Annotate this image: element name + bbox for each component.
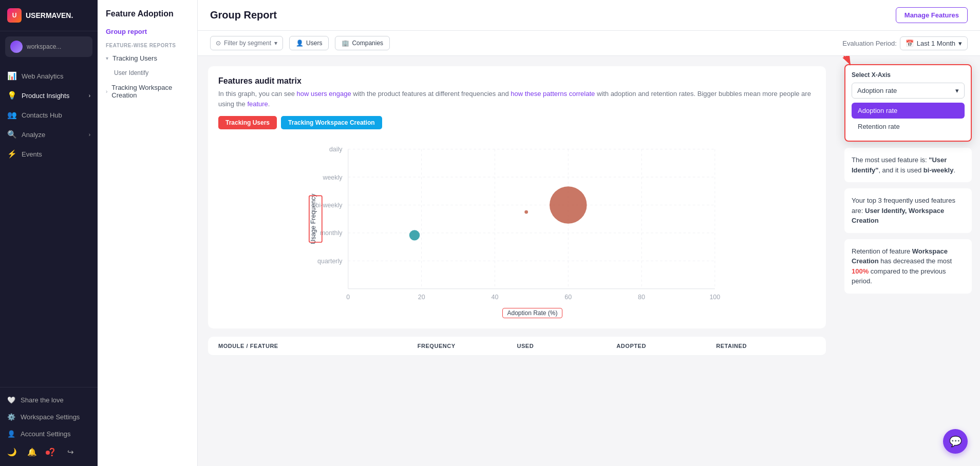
chevron-right-icon: › (89, 93, 90, 99)
main-toolbar: ⊙ Filter by segment ▾ 👤 Users 🏢 Companie… (198, 31, 980, 56)
chat-fab-button[interactable]: 💬 (943, 429, 968, 454)
x-axis-dropdown: Select X-Axis Adoption rate ▾ Adoption r… (844, 64, 972, 142)
moon-icon[interactable]: 🌙 (7, 448, 17, 457)
svg-text:20: 20 (418, 294, 425, 301)
users-label: Users (306, 40, 322, 47)
audit-matrix-title: Features audit matrix (218, 76, 816, 86)
sidebar-item-contacts-hub[interactable]: 👥 Contacts Hub (0, 105, 98, 125)
svg-text:100: 100 (709, 294, 720, 301)
feature-nav-user-identify[interactable]: User Identify (98, 66, 197, 80)
workspace-name: workspace... (27, 43, 87, 50)
chevron-down-icon: ▾ (958, 40, 962, 47)
user-identify-label: User Identify (114, 69, 148, 76)
evaluation-period: Evaluation Period: 📅 Last 1 Month ▾ (842, 36, 968, 50)
analyze-icon: 🔍 (7, 130, 16, 139)
chevron-down-icon: ▾ (274, 40, 277, 47)
col-retained: RETAINED (716, 343, 816, 349)
filter-segment-selector[interactable]: ⊙ Filter by segment ▾ (210, 36, 283, 50)
chart-area: Features audit matrix In this graph, you… (198, 56, 836, 466)
sidebar-item-label: Events (22, 150, 42, 158)
scatter-chart: daily weekly bi-weekly monthly quarterly… (218, 138, 816, 312)
companies-icon: 🏢 (342, 40, 349, 47)
logo-area: U USERMAVEN. (0, 0, 98, 31)
logout-icon[interactable]: ↪ (67, 448, 74, 457)
group-report-label: Group report (106, 28, 147, 35)
sidebar-item-label: Contacts Hub (22, 111, 62, 119)
settings-icon: ⚙️ (7, 413, 15, 421)
red-arrow-indicator (836, 56, 856, 72)
svg-text:monthly: monthly (320, 229, 343, 237)
col-module-feature: MODULE / FEATURE (218, 343, 418, 349)
frequency-label: bi-weekly (924, 166, 954, 174)
sidebar-item-events[interactable]: ⚡ Events (0, 144, 98, 164)
manage-features-button[interactable]: Manage Features (896, 7, 968, 23)
svg-text:daily: daily (329, 146, 343, 153)
tracking-users-label: Tracking Users (112, 54, 157, 62)
x-axis-select-label: Select X-Axis (852, 71, 965, 79)
sidebar-item-label: Workspace Settings (21, 413, 80, 421)
calendar-icon: 📅 (906, 40, 914, 47)
sidebar: U USERMAVEN. workspace... 📊 Web Analytic… (0, 0, 98, 466)
svg-text:60: 60 (564, 294, 572, 301)
chevron-right-icon: › (89, 132, 90, 138)
logo-text: USERMAVEN. (26, 11, 73, 20)
workspace-selector[interactable]: workspace... (5, 36, 92, 57)
filter-icon: ⊙ (216, 40, 221, 47)
info-card-retention: Retention of feature Workspace Creation … (844, 239, 972, 294)
info-card-most-used: The most used feature is: "User Identify… (844, 148, 972, 182)
feature-nav-group-report[interactable]: Group report (98, 24, 197, 40)
sidebar-item-share-love[interactable]: 🤍 Share the love (0, 392, 98, 409)
svg-point-27 (524, 210, 528, 214)
dropdown-option-retention[interactable]: Retention rate (852, 119, 965, 134)
svg-point-26 (409, 230, 420, 240)
events-icon: ⚡ (7, 149, 16, 159)
tracking-users-tag[interactable]: Tracking Users (218, 116, 277, 129)
feature-nav-tracking-workspace[interactable]: › Tracking Workspace Creation (98, 80, 197, 103)
product-insights-icon: 💡 (7, 91, 16, 100)
col-used: USED (517, 343, 616, 349)
chevron-right-icon: › (106, 89, 107, 94)
account-icon: 👤 (7, 430, 15, 438)
svg-text:quarterly: quarterly (317, 258, 343, 265)
sidebar-item-account-settings[interactable]: 👤 Account Settings (0, 425, 98, 442)
x-axis-select-field[interactable]: Adoption rate ▾ (852, 83, 965, 99)
sidebar-bottom: 🤍 Share the love ⚙️ Workspace Settings 👤… (0, 387, 98, 466)
sidebar-item-analyze[interactable]: 🔍 Analyze › (0, 125, 98, 144)
sidebar-item-product-insights[interactable]: 💡 Product Insights › (0, 86, 98, 105)
svg-point-25 (550, 186, 587, 224)
eval-period-label: Evaluation Period: (842, 40, 897, 47)
main-header: Group Report Manage Features (198, 0, 980, 31)
sidebar-item-workspace-settings[interactable]: ⚙️ Workspace Settings (0, 409, 98, 425)
sidebar-item-label: Account Settings (21, 430, 71, 438)
bell-icon[interactable]: 🔔 (27, 448, 37, 457)
x-axis-current-value: Adoption rate (857, 87, 897, 94)
users-button[interactable]: 👤 Users (289, 36, 329, 50)
tracking-workspace-tag[interactable]: Tracking Workspace Creation (281, 116, 382, 129)
retention-percent: 100% (852, 267, 869, 275)
web-analytics-icon: 📊 (7, 71, 16, 81)
dropdown-option-adoption[interactable]: Adoption rate (852, 103, 965, 119)
sidebar-item-web-analytics[interactable]: 📊 Web Analytics (0, 66, 98, 86)
users-icon: 👤 (296, 40, 304, 47)
sidebar-item-label: Share the love (21, 396, 64, 404)
col-adopted: ADOPTED (616, 343, 716, 349)
feature-workspace: Workspace Creation (852, 247, 948, 265)
sidebar-utility-icons: 🌙 🔔 ❓ ↪ (0, 442, 98, 462)
period-selector[interactable]: 📅 Last 1 Month ▾ (900, 36, 968, 50)
svg-text:0: 0 (346, 294, 350, 301)
feature-nav-title: Feature Adoption (98, 0, 197, 24)
filter-label: Filter by segment (224, 40, 271, 47)
audit-matrix-description: In this graph, you can see how users eng… (218, 89, 816, 109)
period-label: Last 1 Month (917, 40, 955, 47)
tracking-workspace-label: Tracking Workspace Creation (111, 84, 189, 99)
logo-icon: U (7, 8, 22, 23)
feature-nav-tracking-users[interactable]: ▾ Tracking Users (98, 50, 197, 66)
chat-icon: 💬 (949, 435, 962, 448)
heart-icon: 🤍 (7, 396, 15, 404)
svg-text:weekly: weekly (322, 174, 343, 181)
col-frequency: FREQUENCY (418, 343, 517, 349)
companies-button[interactable]: 🏢 Companies (335, 36, 390, 50)
chevron-down-icon: ▾ (106, 55, 108, 61)
audit-matrix-card: Features audit matrix In this graph, you… (208, 66, 826, 328)
workspace-avatar (10, 41, 23, 53)
